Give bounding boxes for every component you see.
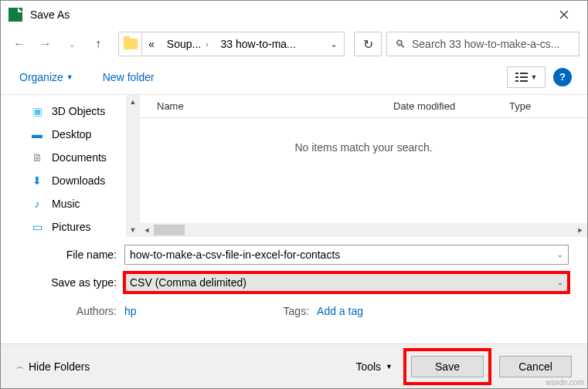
file-list-area: Name Date modified Type No items match y… [140, 95, 587, 237]
chevron-right-icon: › [206, 40, 208, 49]
music-icon: ♪ [30, 197, 44, 211]
close-icon [559, 10, 569, 19]
window-title: Save As [30, 8, 549, 21]
scroll-right-icon[interactable]: ► [573, 223, 587, 237]
folder-icon [119, 32, 142, 56]
titlebar: Save As [1, 1, 587, 29]
sidebar-item-pictures[interactable]: ▭Pictures [1, 215, 140, 238]
desktop-icon: ▬ [30, 127, 44, 141]
svg-rect-3 [515, 76, 518, 78]
form-area: File name: how-to-make-a-csv-file-in-exc… [1, 237, 587, 293]
nav-recent-dropdown[interactable]: ⌄ [61, 33, 83, 55]
files-h-scrollbar[interactable]: ◄ ► [140, 223, 587, 237]
svg-rect-6 [520, 76, 528, 78]
view-options-button[interactable]: ▼ [507, 66, 546, 88]
search-input[interactable]: 🔍︎ Search 33 how-to-make-a-cs... [386, 32, 580, 56]
close-button[interactable] [549, 2, 580, 27]
toolbar: Organize ▼ New folder ▼ ? [1, 59, 587, 95]
scroll-track[interactable] [126, 109, 140, 223]
navbar: ← → ⌄ ↑ « Soup...› 33 how-to-ma... ⌄ ↻ 🔍… [1, 29, 587, 59]
excel-icon [8, 8, 22, 22]
sidebar-scrollbar[interactable]: ▲ ▼ [126, 95, 140, 237]
chevron-down-icon[interactable]: ⌄ [557, 279, 563, 286]
breadcrumb-prefix[interactable]: « [142, 38, 161, 50]
column-type[interactable]: Type [509, 100, 587, 112]
save-button[interactable]: Save [411, 356, 484, 377]
save-highlight: Save [406, 351, 488, 382]
svg-rect-2 [515, 73, 518, 74]
nav-forward-button[interactable]: → [35, 33, 56, 55]
empty-message: No items match your search. [140, 118, 587, 223]
refresh-button[interactable]: ↻ [354, 32, 382, 56]
breadcrumb-seg-2[interactable]: 33 how-to-ma... [215, 38, 302, 50]
savetype-combo[interactable]: CSV (Comma delimited) ⌄ [124, 272, 569, 293]
authors-label: Authors: [8, 305, 124, 317]
help-button[interactable]: ? [553, 68, 572, 86]
meta-row: Authors: hp Tags: Add a tag [1, 300, 587, 317]
documents-icon: 🗎 [30, 151, 44, 164]
svg-rect-7 [520, 80, 528, 82]
column-headers: Name Date modified Type [140, 95, 587, 118]
nav-up-button[interactable]: ↑ [87, 33, 109, 55]
list-view-icon [515, 73, 528, 82]
save-as-dialog: Save As ← → ⌄ ↑ « Soup...› 33 how-to-ma.… [0, 0, 588, 389]
pictures-icon: ▭ [30, 220, 44, 234]
sidebar-item-documents[interactable]: 🗎Documents [1, 146, 140, 169]
chevron-down-icon: ▼ [386, 363, 393, 370]
3d-objects-icon: ▣ [30, 104, 44, 118]
tags-label: Tags: [284, 305, 317, 317]
cancel-button[interactable]: Cancel [499, 356, 572, 377]
tools-menu[interactable]: Tools ▼ [355, 360, 393, 373]
breadcrumb-dropdown[interactable]: ⌄ [322, 32, 344, 56]
sidebar-item-music[interactable]: ♪Music [1, 192, 140, 215]
sidebar-item-3d-objects[interactable]: ▣3D Objects [1, 100, 140, 123]
savetype-label: Save as type: [8, 276, 124, 289]
svg-rect-4 [515, 80, 518, 82]
sidebar-item-downloads[interactable]: ⬇Downloads [1, 169, 140, 192]
scroll-left-icon[interactable]: ◄ [140, 223, 154, 237]
chevron-up-icon: ︿ [16, 361, 24, 372]
chevron-down-icon: ▼ [531, 73, 538, 81]
chevron-down-icon: ▼ [66, 73, 73, 81]
sidebar-item-desktop[interactable]: ▬Desktop [1, 123, 140, 146]
watermark: wsxdn.com [546, 378, 584, 387]
downloads-icon: ⬇ [30, 174, 44, 188]
column-date-modified[interactable]: Date modified [393, 100, 509, 112]
column-name[interactable]: Name [154, 100, 393, 112]
footer: ︿ Hide Folders Tools ▼ Save Cancel [1, 343, 587, 388]
breadcrumb-seg-1[interactable]: Soup...› [161, 38, 215, 50]
scroll-up-icon[interactable]: ▲ [126, 95, 140, 109]
scroll-thumb[interactable] [154, 225, 185, 235]
nav-back-button[interactable]: ← [8, 33, 30, 55]
sidebar: ▣3D Objects ▬Desktop 🗎Documents ⬇Downloa… [1, 95, 140, 237]
filename-input[interactable]: how-to-make-a-csv-file-in-excel-for-cont… [124, 245, 569, 265]
search-icon: 🔍︎ [395, 38, 406, 50]
tags-value[interactable]: Add a tag [317, 305, 363, 317]
breadcrumb[interactable]: « Soup...› 33 how-to-ma... ⌄ [118, 32, 345, 56]
authors-value[interactable]: hp [124, 305, 137, 317]
organize-menu[interactable]: Organize ▼ [16, 66, 76, 88]
scroll-track[interactable] [154, 223, 573, 237]
scroll-down-icon[interactable]: ▼ [126, 223, 140, 237]
new-folder-button[interactable]: New folder [103, 71, 155, 83]
svg-rect-5 [520, 73, 528, 74]
filename-label: File name: [8, 249, 124, 261]
chevron-down-icon[interactable]: ⌄ [557, 251, 563, 259]
body-area: ▣3D Objects ▬Desktop 🗎Documents ⬇Downloa… [1, 95, 587, 237]
hide-folders-toggle[interactable]: ︿ Hide Folders [16, 360, 90, 373]
